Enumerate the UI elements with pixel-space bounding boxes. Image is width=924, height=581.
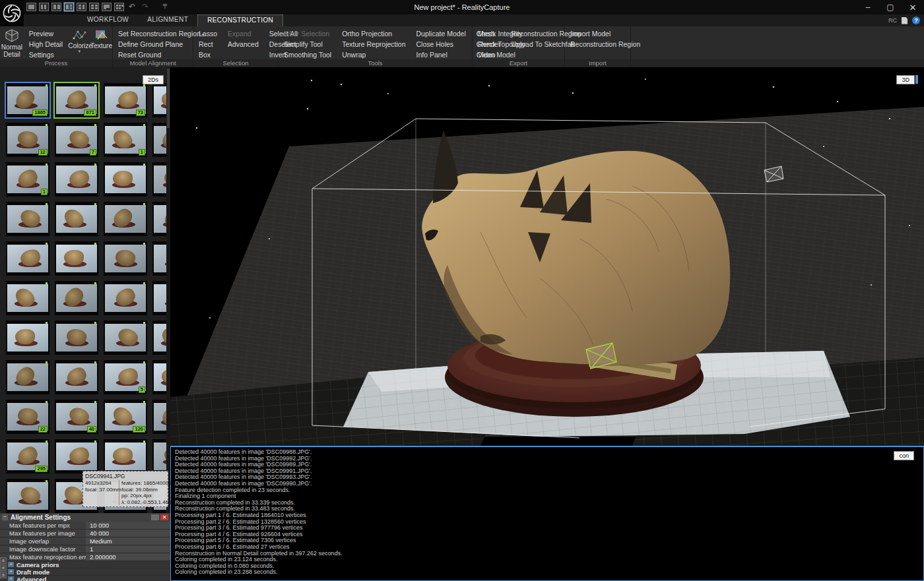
info-panel-button[interactable]: Info Panel <box>411 49 471 60</box>
unwrap-button[interactable]: Unwrap <box>337 49 411 60</box>
photo-thumbnail[interactable] <box>55 439 98 474</box>
photo-thumbnail[interactable]: 1 <box>104 123 147 157</box>
photo-thumbnail[interactable]: 671 <box>55 83 98 117</box>
normal-detail-button[interactable]: Normal Detail <box>0 28 24 58</box>
photo-thumbnail[interactable] <box>6 321 50 355</box>
image-downscale-factor-value[interactable]: 1 <box>86 545 170 553</box>
photo-thumbnail[interactable]: 73 <box>104 83 147 117</box>
max-features-per-mpx-value[interactable]: 10 000 <box>86 522 170 529</box>
dock-button-1[interactable]: ± <box>0 557 7 564</box>
settings-button[interactable]: Settings <box>24 49 68 60</box>
photo-thumbnail[interactable]: 120 <box>104 400 147 434</box>
settings-section-camera-priors[interactable]: +Camera priors <box>0 561 170 568</box>
tab-reconstruction[interactable]: RECONSTRUCTION <box>197 15 283 26</box>
pane-tab-console[interactable]: con <box>894 451 914 460</box>
lasso-button[interactable]: Lasso <box>193 28 222 39</box>
settings-section-draft-mode[interactable]: +Draft mode <box>0 568 170 576</box>
smoothing-tool-button[interactable]: Smoothing Tool <box>279 49 337 60</box>
photo-thumbnail[interactable]: 1 <box>6 162 50 197</box>
tab-workflow[interactable]: WORKFLOW <box>78 15 138 26</box>
video-button[interactable]: Video <box>473 49 506 60</box>
rect-button[interactable]: Rect <box>193 39 222 49</box>
photo-thumbnail[interactable] <box>55 360 98 394</box>
photo-thumbnail[interactable]: 1865 <box>6 83 50 117</box>
photo-thumbnail[interactable] <box>55 241 98 276</box>
photo-thumbnail[interactable] <box>104 439 147 474</box>
render-button[interactable]: Render <box>473 39 506 49</box>
ortho-projection-button[interactable]: Ortho Projection <box>337 28 411 39</box>
aligned-dot-icon <box>46 480 48 482</box>
colorize-dropdown-icon[interactable]: ▾ <box>68 49 90 53</box>
texture-button[interactable]: Texture <box>90 28 112 49</box>
3d-viewport[interactable]: 3D <box>170 67 924 446</box>
aligned-dot-icon <box>143 361 145 363</box>
help-icon[interactable]: ? <box>912 16 920 24</box>
photo-thumbnail[interactable] <box>6 281 50 315</box>
ribbon-group-labels: Process Model Alignment Selection Tools … <box>0 59 924 67</box>
layout-grid-icon[interactable] <box>89 3 99 11</box>
duplicate-model-button[interactable]: Duplicate Model <box>411 28 471 39</box>
image-overlap-value[interactable]: Medium <box>86 537 170 545</box>
close-holes-button[interactable]: Close Holes <box>411 39 471 49</box>
collapse-icon[interactable]: − <box>2 514 8 520</box>
tab-alignment[interactable]: ALIGNMENT <box>138 15 197 26</box>
photo-thumbnail[interactable]: 7 <box>55 123 98 157</box>
photo-thumbnail[interactable] <box>104 202 147 236</box>
undo-icon[interactable]: ↶ <box>127 2 137 11</box>
texture-reprojection-button[interactable]: Texture Reprojection <box>337 39 411 49</box>
pane-tab-2ds[interactable]: 2Ds <box>143 75 164 84</box>
redo-icon[interactable]: ↷ <box>140 2 150 11</box>
expand-icon[interactable]: + <box>8 576 14 581</box>
layout-mosaic-icon[interactable] <box>114 3 124 11</box>
realitycapture-logo[interactable] <box>0 0 24 26</box>
photo-thumbnail[interactable]: 5 <box>104 360 147 394</box>
preview-button[interactable]: Preview <box>24 28 68 39</box>
photo-thumbnail[interactable]: 12 <box>6 123 50 157</box>
photo-thumbnail[interactable]: 40 <box>55 400 98 434</box>
layout-right-split-icon[interactable] <box>77 3 86 11</box>
photo-thumbnail[interactable] <box>55 321 98 355</box>
photo-thumbnail[interactable] <box>6 360 50 394</box>
document-icon[interactable] <box>902 17 908 24</box>
settings-section-advanced[interactable]: +Advanced <box>0 576 170 581</box>
photo-thumbnail[interactable] <box>55 281 98 315</box>
filter-selection-button[interactable]: Filter Selection <box>279 28 337 39</box>
minimize-button[interactable]: – <box>857 0 879 15</box>
layout-two-pane-icon[interactable] <box>51 3 61 11</box>
simplify-tool-button[interactable]: Simplify Tool <box>279 39 337 49</box>
photo-thumbnail[interactable] <box>6 479 50 513</box>
expand-icon[interactable]: + <box>8 569 14 574</box>
customize-toolbar-icon[interactable]: 〒 <box>162 2 169 11</box>
max-feature-reprojection-error-value[interactable]: 2.000000 <box>86 553 170 561</box>
expand-icon[interactable]: + <box>8 562 14 567</box>
layout-bottom-icon[interactable] <box>102 3 112 11</box>
console-panel[interactable]: Detected 40000 features in image 'DSC099… <box>170 446 924 581</box>
layout-columns-icon[interactable] <box>39 3 49 11</box>
photo-thumbnail[interactable] <box>6 241 50 276</box>
close-button[interactable]: ✕ <box>902 0 924 15</box>
expand-button[interactable]: Expand <box>222 28 264 39</box>
photo-thumbnail[interactable] <box>104 241 147 276</box>
photo-thumbnail[interactable]: 22 <box>6 400 50 434</box>
photo-thumbnail[interactable] <box>55 162 98 197</box>
mesh-button[interactable]: Mesh <box>473 28 506 39</box>
advanced-button[interactable]: Advanced <box>222 39 264 49</box>
colorize-button[interactable]: Colorize ▾ <box>68 28 90 53</box>
close-panel-icon[interactable]: ✕ <box>160 514 168 520</box>
photo-thumbnail[interactable]: 295 <box>6 439 50 474</box>
dock-button-2[interactable]: ± <box>0 565 7 571</box>
maximize-button[interactable]: ▢ <box>879 0 902 15</box>
box-button[interactable]: Box <box>193 49 222 60</box>
dock-button-3[interactable]: ± <box>0 572 7 578</box>
photo-thumbnail[interactable] <box>104 321 147 355</box>
layout-left-split-icon[interactable] <box>64 3 74 11</box>
photo-thumbnail[interactable] <box>55 202 98 236</box>
max-features-per-image-value[interactable]: 40 000 <box>86 530 170 537</box>
expand-panel-icon[interactable] <box>151 514 159 520</box>
photo-thumbnail[interactable] <box>104 162 147 197</box>
high-detail-button[interactable]: High Detail <box>24 39 68 49</box>
pane-tab-3d[interactable]: 3D <box>896 75 915 84</box>
photo-thumbnail[interactable] <box>104 281 147 315</box>
layout-single-icon[interactable] <box>26 3 36 11</box>
photo-thumbnail[interactable] <box>6 202 50 236</box>
